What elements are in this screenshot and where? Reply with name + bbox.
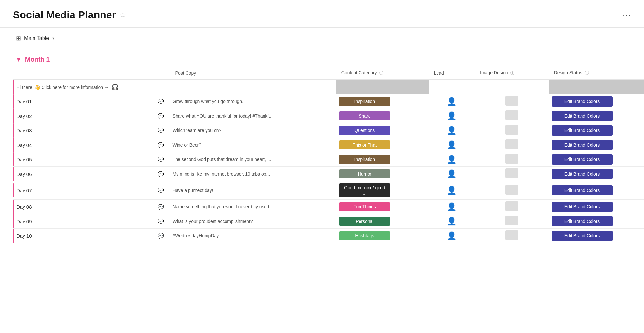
cell-comment: 💬	[151, 123, 170, 138]
cell-lead: 👤	[429, 167, 475, 181]
more-options-button[interactable]: ···	[623, 11, 631, 20]
edit-brand-colors-button[interactable]: Edit Brand Colors	[552, 202, 613, 212]
avatar: 👤	[447, 169, 457, 178]
edit-brand-colors-button[interactable]: Edit Brand Colors	[552, 96, 613, 107]
comment-icon[interactable]: 💬	[158, 171, 164, 177]
cell-image-design	[475, 94, 549, 109]
table-row: Day 08💬Name something that you would nev…	[13, 200, 644, 214]
avatar: 👤	[447, 111, 457, 120]
image-design-info-icon[interactable]: ⓘ	[510, 71, 514, 75]
cell-content-category	[336, 80, 429, 94]
cell-row-label: Day 07	[13, 181, 151, 200]
cell-comment: 💬	[151, 229, 170, 243]
content-category-info-icon[interactable]: ⓘ	[379, 71, 383, 75]
cell-comment: 💬	[151, 200, 170, 214]
edit-brand-colors-button[interactable]: Edit Brand Colors	[552, 231, 613, 241]
comment-icon[interactable]: 💬	[158, 157, 164, 162]
comment-icon[interactable]: 💬	[158, 113, 164, 119]
avatar: 👤	[447, 97, 457, 106]
image-thumbnail	[505, 96, 518, 106]
cell-image-design	[475, 152, 549, 167]
cell-post-copy: Which team are you on?	[170, 123, 336, 138]
comment-icon[interactable]: 💬	[158, 99, 164, 104]
edit-brand-colors-button[interactable]: Edit Brand Colors	[552, 169, 613, 179]
comment-icon[interactable]: 💬	[158, 142, 164, 148]
cell-design-status: Edit Brand Colors	[549, 109, 644, 123]
cell-content-category: Fun Things	[336, 200, 429, 214]
cell-lead	[429, 80, 475, 94]
table-row: Day 04💬Wine or Beer?This or That👤Edit Br…	[13, 138, 644, 152]
row-label-text: Day 03	[16, 128, 32, 133]
comment-icon[interactable]: 💬	[158, 219, 164, 224]
cell-row-label: Day 04	[13, 138, 151, 152]
cell-image-design	[475, 80, 549, 94]
cell-content-category: This or That	[336, 138, 429, 152]
table-row: Day 02💬Share what YOU are thankful for t…	[13, 109, 644, 123]
app-header: Social Media Planner ☆ ···	[0, 0, 644, 28]
view-selector[interactable]: ⊞ Main Table ▾	[13, 33, 58, 44]
edit-brand-colors-button[interactable]: Edit Brand Colors	[552, 185, 613, 195]
table-header: Post Copy Content Category ⓘ Lead Image …	[13, 67, 644, 80]
image-thumbnail	[505, 168, 518, 178]
main-table: Post Copy Content Category ⓘ Lead Image …	[13, 67, 644, 243]
row-left-border	[13, 80, 14, 94]
table-container: ▼ Month 1 Post Copy Content Category ⓘ L…	[0, 49, 644, 243]
cell-image-design	[475, 109, 549, 123]
comment-icon[interactable]: 💬	[158, 204, 164, 210]
comment-icon[interactable]: 💬	[158, 188, 164, 193]
table-row: Hi there! 👋 Click here for more informat…	[13, 80, 644, 94]
star-icon[interactable]: ☆	[120, 11, 126, 19]
cell-image-design	[475, 200, 549, 214]
image-thumbnail	[505, 216, 518, 225]
row-left-border	[13, 138, 14, 152]
cell-content-category: Inspiration	[336, 152, 429, 167]
cell-comment: 💬	[151, 214, 170, 229]
image-thumbnail	[505, 139, 518, 149]
col-header-post-copy	[151, 67, 170, 80]
cell-post-copy: Name something that you would never buy …	[170, 200, 336, 214]
image-thumbnail	[505, 185, 518, 195]
category-badge: Personal	[339, 217, 390, 226]
edit-brand-colors-button[interactable]: Edit Brand Colors	[552, 154, 613, 165]
row-label-text: Day 05	[16, 157, 32, 162]
month-collapse-button[interactable]: ▼	[15, 56, 22, 63]
avatar: 👤	[447, 126, 457, 135]
cell-lead: 👤	[429, 94, 475, 109]
cell-row-label: Day 01	[13, 94, 151, 109]
edit-brand-colors-button[interactable]: Edit Brand Colors	[552, 111, 613, 121]
table-row: Day 09💬What is your proudest accomplishm…	[13, 214, 644, 229]
row-label-text: Day 09	[16, 219, 32, 224]
cell-lead: 👤	[429, 214, 475, 229]
cell-row-label: Day 08	[13, 200, 151, 214]
comment-icon[interactable]: 💬	[158, 233, 164, 239]
image-thumbnail	[505, 230, 518, 240]
edit-brand-colors-button[interactable]: Edit Brand Colors	[552, 125, 613, 136]
month-header: ▼ Month 1	[13, 56, 644, 63]
row-left-border	[13, 94, 14, 109]
grid-icon: ⊞	[16, 35, 21, 42]
design-status-info-icon[interactable]: ⓘ	[585, 71, 589, 75]
cell-post-copy: Have a purrfect day!	[170, 181, 336, 200]
comment-icon[interactable]: 💬	[158, 128, 164, 133]
cell-image-design	[475, 229, 549, 243]
avatar: 👤	[447, 217, 457, 225]
cell-row-label: Day 03	[13, 123, 151, 138]
cell-design-status: Edit Brand Colors	[549, 152, 644, 167]
cell-row-label: Day 10	[13, 229, 151, 243]
edit-brand-colors-button[interactable]: Edit Brand Colors	[552, 216, 613, 226]
table-row: Day 01💬Grow through what you go through.…	[13, 94, 644, 109]
col-header-image-design: Image Design ⓘ	[475, 67, 549, 80]
row-left-border	[13, 229, 14, 243]
cell-post-copy: My mind is like my internet browser. 19 …	[170, 167, 336, 181]
cell-post-copy: Grow through what you go through.	[170, 94, 336, 109]
row-left-border	[13, 183, 14, 197]
category-badge: Good morning/ good ...	[339, 183, 390, 197]
row-label-text: Day 10	[16, 233, 32, 239]
category-badge: Humor	[339, 169, 390, 178]
row-label-text: Day 02	[16, 113, 32, 119]
cell-row-label: Hi there! 👋 Click here for more informat…	[13, 80, 151, 94]
cell-content-category: Hashtags	[336, 229, 429, 243]
edit-brand-colors-button[interactable]: Edit Brand Colors	[552, 140, 613, 150]
col-header-design-status: Design Status ⓘ	[549, 67, 644, 80]
image-thumbnail	[505, 201, 518, 211]
